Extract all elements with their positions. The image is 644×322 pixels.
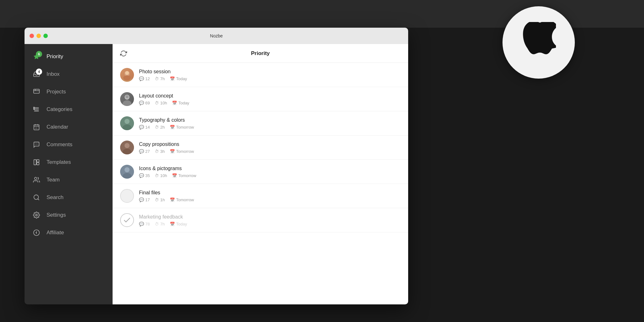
svg-rect-15 [37,160,39,162]
refresh-button[interactable] [120,50,127,57]
apple-logo-circle [502,6,575,79]
sidebar-item-team[interactable]: Team [25,171,113,189]
due-date: Tomorrow [176,197,194,202]
sidebar-item-settings[interactable]: Settings [25,206,113,224]
sidebar-label-affiliate: Affiliate [47,230,64,236]
svg-text:13: 13 [35,127,38,129]
svg-point-30 [123,100,131,106]
comment-count: 27 [145,149,150,154]
task-item[interactable]: Layout concept 💬 69 ⏱ 10h 📅 [113,87,408,111]
sidebar-label-inbox: Inbox [47,71,60,77]
apple-logo-icon [521,22,556,63]
time-value: 3h [160,149,164,154]
due-date: Tomorrow [178,173,196,178]
svg-point-40 [125,167,130,172]
task-info: Final files 💬 17 ⏱ 1h 📅 [139,190,401,202]
clock-icon: ⏱ [155,76,159,81]
maximize-button[interactable] [43,34,48,38]
svg-line-19 [38,199,39,200]
comment-count: 17 [145,197,150,202]
due-date: Tomorrow [176,125,194,130]
svg-rect-4 [34,107,35,108]
task-due: 📅 Today [170,222,187,226]
svg-point-37 [125,143,130,148]
app-body: 6 Priority 4 Inbox [25,44,408,304]
task-comments: 💬 78 [139,222,150,226]
task-time: ⏱ 3h [155,149,164,154]
task-comments: 💬 35 [139,173,150,178]
sidebar-item-affiliate[interactable]: Affiliate [25,224,113,242]
main-content: Priority Phot [113,44,408,304]
avatar [120,68,134,82]
clock-icon: ⏱ [155,125,159,130]
svg-point-17 [35,177,37,180]
comment-icon: 💬 [139,173,144,178]
sidebar-item-search[interactable]: Search [25,189,113,206]
task-info: Marketing feedback 💬 78 ⏱ 7h 📅 [139,214,401,226]
due-date: Today [176,76,187,81]
sidebar-item-templates[interactable]: Templates [25,153,113,171]
team-icon [32,175,41,184]
svg-point-32 [125,95,129,98]
time-value: 10h [160,173,167,178]
minimize-button[interactable] [36,34,41,38]
task-info: Layout concept 💬 69 ⏱ 10h 📅 [139,93,401,105]
svg-point-28 [123,75,131,80]
comment-count: 69 [145,101,150,105]
comment-icon: 💬 [139,197,144,202]
clock-icon: ⏱ [155,149,159,154]
title-bar: Nozbe [25,28,408,44]
avatar [120,116,134,130]
clock-icon: ⏱ [155,173,159,178]
svg-rect-16 [37,163,39,165]
task-due: 📅 Tomorrow [172,173,196,178]
settings-icon [32,211,41,219]
main-header: Priority [113,44,408,63]
avatar [120,141,134,154]
time-value: 10h [160,101,167,105]
comment-icon: 💬 [139,222,144,226]
time-value: 7h [160,76,164,81]
sidebar-item-inbox[interactable]: 4 Inbox [25,65,113,83]
clock-icon: ⏱ [155,222,159,226]
sidebar-label-categories: Categories [47,106,72,113]
sidebar-item-priority[interactable]: 6 Priority [25,48,113,65]
time-value: 1h [160,197,164,202]
sidebar-label-settings: Settings [47,212,66,218]
avatar [120,213,134,227]
task-item[interactable]: Final files 💬 17 ⏱ 1h 📅 [113,184,408,208]
task-comments: 💬 12 [139,76,150,81]
avatar [120,92,134,106]
inbox-badge: 4 [36,69,42,75]
task-due: 📅 Tomorrow [170,197,194,202]
svg-point-13 [37,144,38,144]
task-item[interactable]: Photo session 💬 12 ⏱ 7h 📅 [113,63,408,87]
sidebar-item-categories[interactable]: Categories [25,101,113,118]
close-button[interactable] [30,34,34,38]
task-comments: 💬 17 [139,197,150,202]
sidebar-item-calendar[interactable]: 13 Calendar [25,118,113,136]
svg-rect-5 [34,108,35,109]
task-due: 📅 Tomorrow [170,125,194,130]
clock-icon: ⏱ [155,197,159,202]
svg-rect-14 [34,160,36,165]
task-item[interactable]: Copy propositions 💬 27 ⏱ 3h 📅 [113,136,408,160]
sidebar-item-comments[interactable]: Comments [25,136,113,153]
svg-point-18 [34,195,39,200]
svg-point-34 [125,119,130,124]
task-item[interactable]: Marketing feedback 💬 78 ⏱ 7h 📅 [113,208,408,232]
comment-icon: 💬 [139,125,144,130]
sidebar-item-projects[interactable]: Projects [25,83,113,101]
comment-count: 14 [145,125,150,130]
svg-point-12 [36,144,37,144]
comment-icon: 💬 [139,76,144,81]
task-info: Copy propositions 💬 27 ⏱ 3h 📅 [139,142,401,154]
task-item[interactable]: Typography & colors 💬 14 ⏱ 2h � [113,111,408,136]
task-title: Copy propositions [139,142,401,147]
task-item[interactable]: Icons & pictograms 💬 35 ⏱ 10h � [113,160,408,184]
due-date: Today [178,101,189,105]
task-title: Marketing feedback [139,214,401,220]
categories-icon [32,105,41,114]
svg-point-27 [125,71,129,75]
comment-count: 78 [145,222,150,226]
